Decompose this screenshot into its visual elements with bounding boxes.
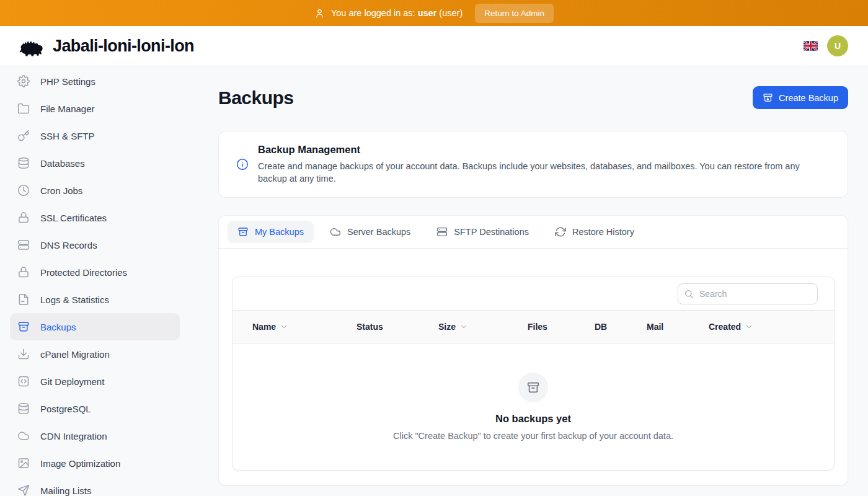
sidebar-item-label: Databases bbox=[40, 158, 85, 169]
sidebar-item[interactable]: PostgreSQL bbox=[10, 395, 180, 422]
user-avatar[interactable]: U bbox=[827, 35, 848, 56]
archive-icon bbox=[17, 321, 30, 333]
file-text-icon bbox=[17, 293, 30, 306]
admin-impersonation-bar: You are logged in as: user (user) Return… bbox=[0, 0, 868, 26]
create-backup-button[interactable]: Create Backup bbox=[753, 86, 848, 109]
table-column-header[interactable]: Size bbox=[438, 322, 528, 332]
empty-state: No backups yet Click "Create Backup" to … bbox=[232, 343, 834, 470]
logged-in-as-text: You are logged in as: user (user) bbox=[331, 8, 463, 18]
logged-in-role: (user) bbox=[439, 8, 463, 18]
logged-in-username: user bbox=[418, 8, 437, 18]
brand-title: Jabali-loni-loni-lon bbox=[53, 37, 194, 56]
sidebar-item-label: File Manager bbox=[40, 104, 95, 114]
sidebar-item[interactable]: SSL Certificates bbox=[10, 204, 180, 231]
lock-icon bbox=[17, 266, 30, 278]
database-icon bbox=[17, 402, 30, 415]
tab[interactable]: My Backups bbox=[228, 221, 314, 243]
tab[interactable]: SFTP Destinations bbox=[427, 221, 539, 243]
download-icon bbox=[17, 348, 30, 360]
sidebar-item[interactable]: Cron Jobs bbox=[10, 177, 180, 204]
sidebar-item-label: Cron Jobs bbox=[40, 185, 82, 196]
refresh-icon bbox=[555, 226, 566, 237]
key-icon bbox=[17, 130, 30, 142]
main-content: Backups Create Backup Backup Management … bbox=[218, 67, 848, 496]
sidebar-item[interactable]: File Manager bbox=[10, 95, 180, 122]
sidebar-item-label: Logs & Statistics bbox=[40, 294, 109, 305]
server-icon bbox=[17, 239, 30, 251]
table-header-row: Name Status Size bbox=[232, 310, 834, 343]
archive-down-icon bbox=[763, 92, 773, 103]
folder-icon bbox=[17, 102, 30, 115]
empty-state-title: No backups yet bbox=[495, 413, 571, 425]
user-icon bbox=[314, 8, 325, 19]
clock-icon bbox=[17, 184, 30, 197]
empty-state-message: Click "Create Backup" to create your fir… bbox=[393, 431, 673, 441]
tab[interactable]: Restore History bbox=[545, 221, 644, 243]
gear-icon bbox=[17, 75, 30, 87]
lock-icon bbox=[17, 211, 30, 224]
tab-label: Server Backups bbox=[347, 227, 410, 237]
sidebar-item[interactable]: Logs & Statistics bbox=[10, 286, 180, 313]
sidebar-item[interactable]: Backups bbox=[10, 313, 180, 340]
brand[interactable]: Jabali-loni-loni-lon bbox=[19, 35, 194, 57]
search-input[interactable] bbox=[678, 283, 818, 304]
image-icon bbox=[17, 457, 30, 469]
sidebar-item[interactable]: Protected Directories bbox=[10, 259, 180, 286]
sidebar-item-label: SSH & SFTP bbox=[40, 131, 95, 141]
sidebar-item-label: SSL Certificates bbox=[40, 213, 107, 223]
chevron-down-icon bbox=[745, 322, 753, 331]
send-icon bbox=[17, 484, 30, 496]
sidebar-item-label: cPanel Migration bbox=[40, 349, 110, 360]
page-title: Backups bbox=[218, 87, 294, 108]
archive-icon bbox=[518, 373, 548, 402]
language-flag-uk-icon[interactable] bbox=[804, 41, 818, 51]
sidebar-item[interactable]: cPanel Migration bbox=[10, 340, 180, 368]
sidebar-item[interactable]: PHP Settings bbox=[10, 68, 180, 95]
chevron-down-icon bbox=[280, 322, 288, 331]
sidebar-item[interactable]: SSH & SFTP bbox=[10, 122, 180, 149]
table-column-header[interactable]: Mail bbox=[647, 322, 709, 332]
return-to-admin-button[interactable]: Return to Admin bbox=[475, 4, 554, 23]
tab-label: Restore History bbox=[572, 227, 634, 237]
backups-table-card: Name Status Size bbox=[232, 277, 835, 471]
backup-management-info-card: Backup Management Create and manage back… bbox=[218, 131, 848, 198]
column-label: Name bbox=[252, 322, 276, 332]
sidebar-item[interactable]: Mailing Lists bbox=[10, 477, 180, 496]
chevron-down-icon bbox=[459, 322, 468, 331]
info-card-title: Backup Management bbox=[258, 144, 830, 156]
column-label: Created bbox=[709, 322, 741, 332]
table-column-header[interactable]: Status bbox=[356, 322, 438, 332]
sidebar-item[interactable]: Image Optimization bbox=[10, 450, 180, 477]
sidebar-item-label: PostgreSQL bbox=[40, 404, 91, 414]
column-label: Mail bbox=[647, 322, 663, 332]
table-column-header[interactable]: Created bbox=[709, 322, 834, 332]
sidebar-item-label: Backups bbox=[40, 322, 76, 332]
tab[interactable]: Server Backups bbox=[320, 221, 420, 243]
sidebar-item[interactable]: Git Deployment bbox=[10, 368, 180, 395]
info-icon bbox=[236, 158, 249, 170]
sidebar-item[interactable]: DNS Records bbox=[10, 231, 180, 259]
sidebar-item-label: PHP Settings bbox=[40, 76, 95, 87]
sidebar-nav: PHP Settings File Manager SSH & SFTP Dat… bbox=[10, 67, 180, 496]
search-icon bbox=[684, 289, 694, 299]
column-label: Files bbox=[528, 322, 547, 332]
sidebar-item-label: Git Deployment bbox=[40, 376, 104, 387]
app-header: Jabali-loni-loni-lon U bbox=[0, 26, 868, 66]
backup-tabs: My Backups Server Backups SFTP Destinati… bbox=[219, 216, 848, 249]
sidebar-item[interactable]: Databases bbox=[10, 149, 180, 177]
table-column-header[interactable]: Files bbox=[528, 322, 595, 332]
sidebar-item-label: Protected Directories bbox=[40, 267, 127, 278]
backups-panel: My Backups Server Backups SFTP Destinati… bbox=[218, 215, 848, 485]
cloud-icon bbox=[330, 226, 341, 237]
code-icon bbox=[17, 375, 30, 388]
column-label: Status bbox=[356, 322, 383, 332]
info-card-body: Create and manage backups of your accoun… bbox=[258, 160, 830, 185]
table-column-header[interactable]: DB bbox=[595, 322, 647, 332]
cloud-icon bbox=[17, 430, 30, 442]
sidebar-item[interactable]: CDN Integration bbox=[10, 422, 180, 450]
column-label: Size bbox=[438, 322, 456, 332]
database-icon bbox=[17, 157, 30, 169]
table-column-header[interactable]: Name bbox=[252, 322, 356, 332]
sidebar-item-label: Mailing Lists bbox=[40, 485, 92, 496]
sidebar-item-label: Image Optimization bbox=[40, 458, 120, 469]
